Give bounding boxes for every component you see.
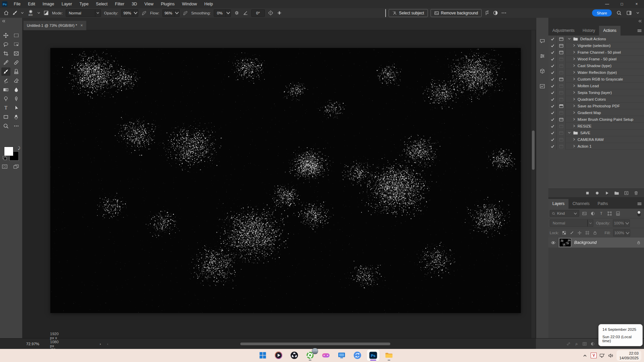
foreground-color-swatch[interactable] <box>4 147 13 156</box>
taskbar-obs-icon[interactable] <box>288 350 301 361</box>
action-item[interactable]: RESIZE <box>566 123 644 130</box>
action-row[interactable]: Quadrant Colors <box>548 96 644 103</box>
action-check-icon[interactable] <box>548 49 557 56</box>
chevron-right-icon[interactable] <box>573 118 576 121</box>
eyedropper-tool[interactable] <box>1 58 10 67</box>
tab-layers[interactable]: Layers <box>548 199 568 209</box>
menu-file[interactable]: File <box>10 0 24 8</box>
action-check-icon[interactable] <box>548 123 557 130</box>
menu-image[interactable]: Image <box>39 0 58 8</box>
action-dialog-toggle-icon[interactable] <box>557 116 566 123</box>
chevron-right-icon[interactable] <box>573 84 576 87</box>
taskbar-file-explorer-icon[interactable] <box>383 350 395 361</box>
layer-filter-dropdown[interactable]: Kind <box>550 210 579 217</box>
tab-channels[interactable]: Channels <box>568 199 594 209</box>
menu-filter[interactable]: Filter <box>111 0 128 8</box>
action-check-icon[interactable] <box>548 83 557 89</box>
brush-preset-picker[interactable]: 800 <box>27 10 34 16</box>
action-item[interactable]: Custom RGB to Grayscale <box>566 76 644 83</box>
action-check-icon[interactable] <box>548 130 557 136</box>
tab-adjustments[interactable]: Adjustments <box>548 26 579 36</box>
action-row[interactable]: Default Actions <box>548 36 644 42</box>
action-dialog-toggle-icon[interactable] <box>557 103 566 109</box>
action-set[interactable]: Default Actions <box>566 36 644 42</box>
action-item[interactable]: Quadrant Colors <box>566 96 644 103</box>
layer-opacity-field[interactable]: 100% <box>613 219 625 227</box>
v-app-icon[interactable]: V <box>591 353 597 358</box>
action-item[interactable]: Vignette (selection) <box>566 42 644 49</box>
panel-menu-icon[interactable] <box>637 201 642 206</box>
document-tab[interactable]: Untitled-1 @ 73% (RGB/8#) * × <box>23 21 86 30</box>
filter-adjustments-icon[interactable] <box>590 211 595 216</box>
action-row[interactable]: Vignette (selection) <box>548 42 644 49</box>
action-dialog-toggle-icon[interactable] <box>557 83 566 89</box>
taskbar-game-bar-icon[interactable] <box>319 350 332 361</box>
brush-tool-icon[interactable] <box>12 10 18 16</box>
opacity-field[interactable]: 99% <box>121 9 133 17</box>
chevron-right-icon[interactable] <box>573 71 576 74</box>
smoothing-slider-chevron[interactable] <box>226 9 231 17</box>
collapse-panels-icon[interactable] <box>638 19 642 23</box>
chevron-right-icon[interactable] <box>573 138 576 141</box>
delete-action-icon[interactable] <box>634 191 639 196</box>
fx-icon[interactable]: fx <box>574 342 579 346</box>
action-set[interactable]: SAVE <box>566 130 644 136</box>
lock-position-icon[interactable] <box>577 230 582 235</box>
chevron-right-icon[interactable] <box>573 98 576 101</box>
menu-view[interactable]: View <box>141 0 157 8</box>
action-item[interactable]: Water Reflection (type) <box>566 69 644 76</box>
workspace-switcher-icon[interactable] <box>626 10 632 16</box>
blend-mode-dropdown[interactable]: Normal <box>66 9 101 17</box>
3d-panel-icon[interactable] <box>539 68 545 74</box>
menu-layer[interactable]: Layer <box>58 0 76 8</box>
chevron-right-icon[interactable] <box>573 145 576 148</box>
new-action-icon[interactable] <box>624 191 629 196</box>
tab-actions[interactable]: Actions <box>599 26 620 36</box>
close-document-icon[interactable]: × <box>81 23 83 28</box>
action-item[interactable]: Molten Lead <box>566 83 644 89</box>
hand-tool[interactable] <box>12 113 21 121</box>
action-dialog-toggle-icon[interactable] <box>557 42 566 49</box>
menu-plugins[interactable]: Plugins <box>157 0 178 8</box>
marquee-tool[interactable] <box>12 31 21 40</box>
menu-window[interactable]: Window <box>178 0 200 8</box>
close-button[interactable]: × <box>629 0 644 8</box>
swap-colors-icon[interactable]: ⤸ <box>18 146 20 150</box>
gear-icon[interactable] <box>234 10 240 16</box>
action-row[interactable]: Sepia Toning (layer) <box>548 89 644 96</box>
action-row[interactable]: Action 1 <box>548 143 644 150</box>
vertical-scrollbar-thumb[interactable] <box>532 131 535 170</box>
action-item[interactable]: Frame Channel - 50 pixel <box>566 49 644 56</box>
status-chevron-icon[interactable]: › <box>100 342 101 346</box>
action-row[interactable]: RESIZE <box>548 123 644 130</box>
pressure-opacity-icon[interactable] <box>141 10 147 16</box>
layer-row-main[interactable]: Background <box>558 238 644 248</box>
select-subject-button[interactable]: Select subject <box>389 9 428 17</box>
blur-tool[interactable] <box>12 86 21 94</box>
crop-tool[interactable] <box>1 49 10 58</box>
chevron-right-icon[interactable] <box>573 64 576 67</box>
menu-select[interactable]: Select <box>92 0 111 8</box>
chevron-down-icon[interactable] <box>37 11 40 14</box>
filter-picture-icon[interactable] <box>582 211 587 216</box>
action-check-icon[interactable] <box>548 62 557 69</box>
menu-help[interactable]: Help <box>201 0 217 8</box>
action-row[interactable]: Molten Lead <box>548 83 644 89</box>
object-selection-tool[interactable] <box>12 40 21 49</box>
properties-panel-icon[interactable] <box>539 53 545 59</box>
action-dialog-toggle-icon[interactable] <box>557 89 566 96</box>
chevron-right-icon[interactable] <box>573 57 576 60</box>
action-row[interactable]: Custom RGB to Grayscale <box>548 76 644 83</box>
action-item[interactable]: Wood Frame - 50 pixel <box>566 56 644 62</box>
lock-all-icon[interactable] <box>593 230 597 235</box>
healing-brush-tool[interactable] <box>12 58 21 67</box>
chevron-down-icon[interactable] <box>636 11 639 14</box>
chevron-down-icon[interactable] <box>568 131 571 134</box>
stop-icon[interactable] <box>585 191 590 196</box>
share-button[interactable]: Share <box>592 9 612 16</box>
collapse-toolbar-icon[interactable] <box>2 19 6 23</box>
action-item[interactable]: Save as Photoshop PDF <box>566 103 644 109</box>
taskbar-sync-icon[interactable] <box>351 350 364 361</box>
chevron-down-icon[interactable] <box>21 11 24 14</box>
zoom-level-field[interactable]: 72.97% <box>26 342 39 346</box>
